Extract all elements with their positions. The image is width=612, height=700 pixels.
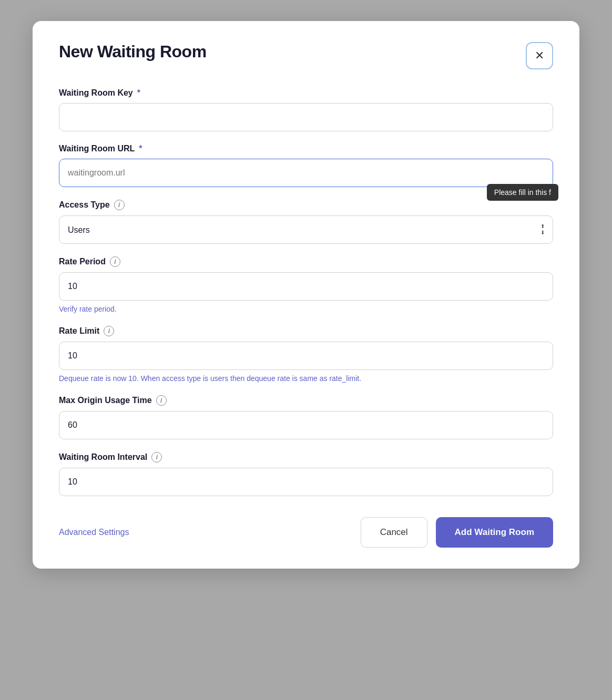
- max-origin-info-icon: i: [156, 395, 167, 406]
- rate-limit-group: Rate Limit i Dequeue rate is now 10. Whe…: [59, 326, 553, 383]
- cancel-button[interactable]: Cancel: [361, 517, 427, 548]
- waiting-room-key-input[interactable]: [59, 103, 553, 131]
- rate-period-input[interactable]: [59, 272, 553, 301]
- waiting-room-url-input[interactable]: [59, 159, 553, 187]
- rate-limit-helper: Dequeue rate is now 10. When access type…: [59, 374, 553, 383]
- max-origin-usage-time-input[interactable]: [59, 411, 553, 439]
- rate-limit-info-icon: i: [104, 326, 114, 336]
- waiting-room-key-label: Waiting Room Key *: [59, 88, 553, 98]
- rate-period-helper: Verify rate period.: [59, 305, 553, 313]
- modal-dialog: New Waiting Room ✕ Waiting Room Key * Wa…: [33, 21, 579, 569]
- rate-period-group: Rate Period i Verify rate period.: [59, 256, 553, 313]
- waiting-room-interval-group: Waiting Room Interval i: [59, 452, 553, 496]
- waiting-room-interval-input[interactable]: [59, 468, 553, 496]
- advanced-settings-link[interactable]: Advanced Settings: [59, 528, 129, 537]
- max-origin-usage-time-label: Max Origin Usage Time i: [59, 395, 553, 406]
- url-required-star: *: [139, 144, 142, 153]
- waiting-room-interval-label: Waiting Room Interval i: [59, 452, 553, 462]
- waiting-room-url-label: Waiting Room URL *: [59, 144, 553, 153]
- modal-overlay: New Waiting Room ✕ Waiting Room Key * Wa…: [0, 0, 612, 700]
- rate-period-info-icon: i: [110, 256, 120, 267]
- rate-period-label: Rate Period i: [59, 256, 553, 267]
- url-tooltip: Please fill in this f: [487, 184, 558, 201]
- close-icon: ✕: [535, 49, 544, 63]
- access-type-label: Access Type i: [59, 200, 553, 210]
- add-waiting-room-button[interactable]: Add Waiting Room: [436, 517, 553, 548]
- access-type-info-icon: i: [114, 200, 125, 210]
- required-star: *: [137, 88, 140, 98]
- access-type-select[interactable]: Users Sessions Requests: [59, 215, 553, 244]
- waiting-room-key-group: Waiting Room Key *: [59, 88, 553, 131]
- access-type-group: Access Type i Users Sessions Requests: [59, 200, 553, 244]
- access-type-select-wrapper: Users Sessions Requests: [59, 215, 553, 244]
- rate-limit-label: Rate Limit i: [59, 326, 553, 336]
- modal-header: New Waiting Room ✕: [59, 42, 553, 69]
- rate-limit-input[interactable]: [59, 342, 553, 370]
- waiting-room-interval-info-icon: i: [151, 452, 162, 462]
- close-button[interactable]: ✕: [526, 42, 553, 69]
- modal-footer: Advanced Settings Cancel Add Waiting Roo…: [59, 513, 553, 548]
- max-origin-usage-time-group: Max Origin Usage Time i: [59, 395, 553, 439]
- waiting-room-url-group: Waiting Room URL * Please fill in this f: [59, 144, 553, 187]
- modal-title: New Waiting Room: [59, 42, 207, 61]
- footer-buttons: Cancel Add Waiting Room: [361, 517, 553, 548]
